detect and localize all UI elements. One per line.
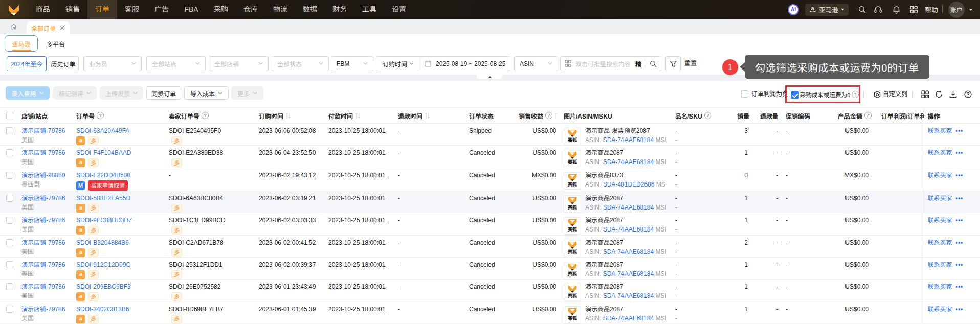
svg-text:a: a bbox=[811, 6, 814, 12]
